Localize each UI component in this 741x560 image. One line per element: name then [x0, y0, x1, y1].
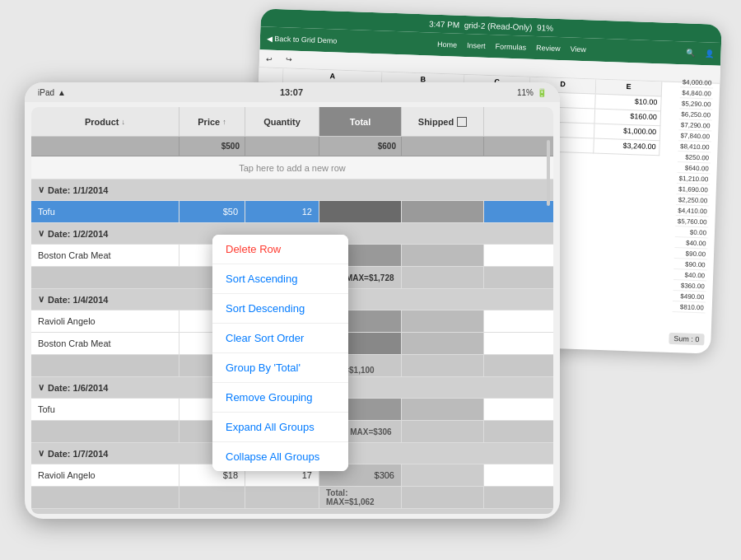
nav-home[interactable]: Home [437, 40, 457, 49]
status-left: iPad ▲ [38, 88, 66, 97]
add-row-bar[interactable]: Tap here to add a new row [31, 156, 553, 180]
nav-review[interactable]: Review [536, 44, 561, 53]
total-shipped [402, 267, 484, 288]
back-file: grid-2 (Read-Only) [464, 20, 533, 31]
menu-item-expand-all[interactable]: Expand All Groups [212, 413, 348, 442]
menu-item-group-by[interactable]: Group By 'Total' [212, 353, 348, 383]
cell-price: $50 [179, 201, 245, 222]
summary-total: $600 [319, 137, 402, 156]
summary-price: $500 [179, 137, 245, 156]
group-label-text: Date: 1/7/2014 [48, 449, 108, 459]
right-values-col: $4,000.00 $4,840.00 $5,290.00 $6,250.00 … [673, 77, 714, 313]
total-value: Total: MAX=$1,062 [319, 487, 402, 508]
cell-product: Boston Crab Meat [31, 245, 179, 266]
context-menu: Delete Row Sort Ascending Sort Descendin… [212, 235, 348, 471]
col-quantity: Quantity [245, 107, 319, 136]
nav-insert[interactable]: Insert [467, 41, 486, 50]
menu-item-collapse-all[interactable]: Collapse All Groups [212, 442, 348, 471]
col-shipped: Shipped [402, 107, 484, 136]
col-product: Product ↓ [31, 107, 179, 136]
ipad-content: Product ↓ Price ↑ Quantity Total Shipped… [31, 107, 553, 514]
ipad-label: iPad [38, 88, 54, 97]
group-label-text: Date: 1/6/2014 [48, 383, 108, 393]
cell-r4-e: $3,240.00 [594, 139, 660, 156]
cell-shipped [402, 333, 484, 354]
summary-quantity [245, 137, 319, 156]
total-label [31, 355, 179, 376]
price-sort-arrow: ↑ [222, 118, 226, 126]
total-sh [402, 421, 484, 442]
back-time: 3:47 PM [429, 19, 460, 29]
cell-product: Tofu [31, 399, 179, 420]
summary-row: $500 $600 [31, 137, 553, 156]
cell-quantity: 12 [245, 201, 319, 222]
total-q [245, 487, 319, 508]
cell-shipped [402, 399, 484, 420]
total-label [31, 487, 179, 508]
group-label-text: Date: 1/1/2014 [48, 185, 108, 195]
user-icon[interactable]: 👤 [705, 49, 714, 58]
cell-product: Tofu [31, 201, 179, 222]
col-price: Price ↑ [179, 107, 245, 136]
total-p [179, 487, 245, 508]
status-right: 11% 🔋 [517, 88, 547, 97]
shipped-checkbox [457, 117, 467, 127]
back-battery: 91% [537, 23, 553, 33]
cell-product: Ravioli Angelo [31, 310, 179, 332]
battery-icon: 🔋 [537, 88, 547, 97]
redo-icon[interactable]: ↪ [286, 55, 292, 63]
status-time: 13:07 [280, 87, 303, 97]
undo-icon[interactable]: ↩ [266, 54, 273, 63]
wifi-icon: ▲ [58, 88, 66, 97]
menu-item-sort-asc[interactable]: Sort Ascending [212, 264, 348, 294]
cell-shipped [402, 464, 484, 486]
group-chevron: ∨ [38, 294, 44, 305]
cell-product: Ravioli Angelo [31, 464, 179, 486]
summary-shipped [402, 137, 484, 156]
scroll-indicator [547, 140, 550, 206]
total-shipped [402, 355, 484, 376]
group-chevron: ∨ [38, 228, 44, 239]
group-label-text: Date: 1/2/2014 [48, 229, 108, 239]
group-row-date-1-8[interactable]: ∨ Date: 1/8/2014 [31, 509, 553, 514]
main-tablet: iPad ▲ 13:07 11% 🔋 Product ↓ Price ↑ Qua… [25, 82, 560, 519]
group-chevron: ∨ [38, 184, 44, 195]
menu-item-sort-desc[interactable]: Sort Descending [212, 294, 348, 324]
search-icon[interactable]: 🔍 [686, 49, 695, 57]
battery-pct: 11% [517, 88, 534, 97]
sum-footer: Sum : 0 [669, 333, 704, 345]
cell-shipped [402, 201, 484, 222]
cell-shipped [402, 245, 484, 266]
group-chevron: ∨ [38, 448, 44, 459]
group-chevron: ∨ [38, 382, 44, 393]
back-nav-back: ◀ Back to Grid Demo [267, 35, 338, 45]
grid-column-headers: Product ↓ Price ↑ Quantity Total Shipped [31, 107, 553, 137]
table-row[interactable]: Tofu $50 12 [31, 201, 553, 223]
group-row-date-1-1[interactable]: ∨ Date: 1/1/2014 [31, 180, 553, 201]
cell-total [319, 201, 402, 222]
ipad-status-bar: iPad ▲ 13:07 11% 🔋 [25, 82, 560, 102]
product-sort-arrow: ↓ [122, 118, 126, 126]
total-row: Total: MAX=$1,062 [31, 487, 553, 509]
nav-formulas[interactable]: Formulas [495, 42, 526, 51]
summary-product [31, 137, 179, 156]
menu-item-clear-sort[interactable]: Clear Sort Order [212, 324, 348, 353]
nav-view[interactable]: View [570, 44, 586, 54]
total-label [31, 421, 179, 442]
group-label-text: Date: 1/4/2014 [48, 295, 108, 305]
col-header-num [259, 68, 284, 83]
col-total: Total [319, 107, 402, 136]
menu-item-delete-row[interactable]: Delete Row [212, 235, 348, 264]
cell-shipped [402, 310, 484, 332]
cell-product: Boston Crab Meat [31, 333, 179, 354]
menu-item-remove-grouping[interactable]: Remove Grouping [212, 383, 348, 413]
total-sh [402, 487, 484, 508]
